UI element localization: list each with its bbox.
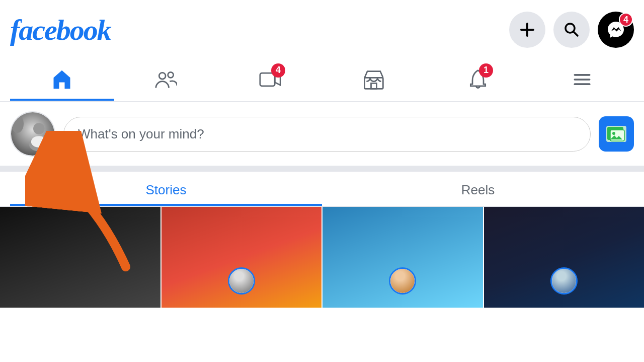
photo-icon (605, 123, 627, 145)
svg-point-5 (168, 72, 174, 78)
story-avatar-2 (228, 267, 255, 295)
svg-rect-8 (371, 83, 377, 89)
story-card-3[interactable] (323, 207, 484, 308)
svg-point-4 (159, 73, 166, 79)
friends-icon (155, 68, 177, 91)
home-icon (51, 68, 73, 91)
section-divider (0, 166, 644, 172)
nav-friends[interactable] (114, 60, 218, 101)
story-card-2[interactable] (162, 207, 323, 308)
tab-reels[interactable]: Reels (322, 182, 634, 206)
nav-menu[interactable] (530, 60, 634, 101)
svg-point-12 (33, 123, 45, 134)
story-avatar-img-4 (552, 269, 576, 293)
story-card-4[interactable] (484, 207, 645, 308)
video-badge: 4 (271, 63, 285, 78)
post-input[interactable]: What's on your mind? (63, 117, 591, 152)
media-button[interactable] (599, 116, 634, 152)
nav-bar: 4 1 (0, 59, 644, 102)
stories-row (0, 207, 644, 308)
header-icons: 4 (509, 12, 634, 48)
marketplace-icon (363, 68, 385, 91)
nav-video[interactable]: 4 (218, 60, 322, 101)
nav-notifications[interactable]: 1 (426, 60, 530, 101)
plus-icon (518, 21, 536, 39)
composer: What's on your mind? (0, 102, 644, 166)
tab-stories[interactable]: Stories (10, 182, 322, 206)
page-wrapper: facebook 4 (0, 0, 644, 362)
story-avatar-img-2 (229, 269, 254, 293)
add-button[interactable] (509, 12, 545, 48)
search-icon (562, 21, 581, 39)
svg-point-14 (31, 136, 47, 148)
menu-icon (571, 68, 593, 91)
svg-line-3 (574, 32, 578, 36)
messenger-badge: 4 (619, 13, 633, 27)
story-avatar-3 (389, 267, 416, 295)
search-button[interactable] (553, 12, 590, 48)
content-tabs: Stories Reels (0, 172, 644, 207)
nav-home[interactable] (10, 60, 114, 101)
nav-marketplace[interactable] (322, 60, 426, 101)
svg-point-20 (612, 132, 615, 135)
user-avatar[interactable] (10, 111, 55, 157)
facebook-logo: facebook (10, 13, 111, 47)
messenger-button[interactable]: 4 (598, 12, 634, 48)
notifications-badge: 1 (479, 63, 493, 78)
avatar-silhouette (24, 112, 54, 156)
story-avatar-img-3 (390, 269, 415, 293)
avatar-image (11, 112, 54, 156)
header: facebook 4 (0, 0, 644, 59)
story-avatar-4 (550, 267, 578, 295)
story-card-1[interactable] (0, 207, 162, 308)
